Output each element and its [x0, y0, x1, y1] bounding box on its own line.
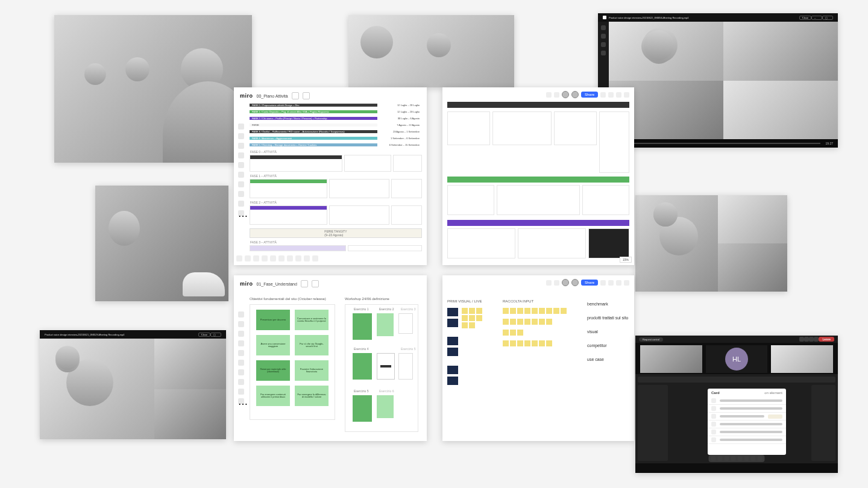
shape-icon[interactable] — [238, 340, 244, 346]
user-avatar[interactable] — [571, 91, 579, 98]
search-icon[interactable] — [616, 92, 621, 98]
sidebar-icon[interactable] — [601, 25, 606, 30]
sticky-note[interactable]: Presentarci per davvero — [256, 310, 290, 330]
sticky-note[interactable]: Far sì che sia Google-search first — [295, 335, 329, 355]
sticky-note[interactable]: Generare materiale utile (download) — [256, 360, 290, 381]
frame-icon[interactable] — [238, 379, 244, 385]
timestamp: 19:27 — [825, 142, 833, 145]
cursor-icon[interactable] — [238, 311, 244, 318]
dock-icon[interactable] — [731, 456, 736, 461]
list-item[interactable] — [708, 405, 786, 413]
app-icon[interactable] — [304, 255, 310, 261]
app-icon[interactable] — [278, 255, 285, 261]
request-control-button[interactable]: Request control — [639, 337, 663, 342]
user-avatar[interactable] — [562, 91, 569, 98]
sticky-icon[interactable] — [238, 331, 244, 337]
close-button[interactable]: Close — [799, 16, 811, 20]
user-avatar[interactable] — [571, 279, 579, 286]
board-menu-icon[interactable] — [312, 280, 319, 287]
settings-icon[interactable] — [624, 92, 629, 98]
sticky-note[interactable]: Far emergere la differenza di modello / … — [295, 386, 329, 406]
list-item[interactable] — [708, 421, 786, 428]
app-icon[interactable] — [245, 255, 251, 261]
board-menu-icon[interactable] — [292, 92, 299, 99]
share-button[interactable]: Share — [581, 92, 598, 98]
video-player-recording-b: Product voice design interview-20210621_… — [40, 330, 226, 439]
app-icon[interactable] — [253, 255, 259, 261]
more-icon[interactable] — [814, 337, 819, 342]
export-icon[interactable] — [303, 92, 310, 99]
line-icon[interactable] — [238, 350, 244, 356]
sticky-note[interactable]: Far emergere contenuti utilissimi e prim… — [256, 386, 290, 406]
timer-icon[interactable] — [554, 92, 559, 98]
sidebar-icon[interactable] — [601, 34, 606, 39]
present-icon[interactable] — [546, 280, 552, 286]
sidebar-icon[interactable] — [601, 51, 606, 55]
share-icon[interactable] — [809, 337, 814, 342]
sticky-icon[interactable] — [238, 143, 244, 149]
export-icon[interactable] — [301, 280, 308, 287]
call-participant — [154, 339, 226, 389]
comment-icon[interactable] — [238, 369, 244, 375]
shape-icon[interactable] — [238, 152, 244, 158]
comment-icon[interactable] — [238, 181, 244, 187]
upload-icon[interactable] — [238, 389, 244, 395]
dock-icon[interactable] — [751, 456, 756, 461]
more-icon[interactable]: ⋯ — [238, 398, 244, 404]
pen-icon[interactable] — [238, 360, 244, 366]
settings-icon[interactable] — [624, 280, 629, 286]
app-icon[interactable] — [270, 255, 276, 261]
camera-icon[interactable] — [799, 337, 804, 342]
chat-icon[interactable] — [600, 280, 606, 286]
photo-office-team — [54, 15, 252, 163]
sidebar-icon[interactable] — [601, 42, 606, 47]
dock-icon[interactable] — [744, 456, 749, 461]
more-icon[interactable]: ⋯ — [238, 210, 244, 216]
mic-icon[interactable] — [804, 337, 809, 342]
sticky-note[interactable]: Comunicare e sostenere la nostra filosof… — [295, 310, 329, 330]
dock-icon[interactable] — [711, 456, 716, 461]
call-participant — [723, 81, 838, 140]
user-avatar[interactable] — [562, 279, 569, 286]
list-item[interactable] — [708, 436, 786, 444]
section-label: prodotti trattati sul sito — [587, 316, 629, 320]
search-icon[interactable] — [616, 280, 621, 286]
app-icon[interactable] — [287, 255, 293, 261]
frame-title: Obiettivi fondamentali del sito (October… — [250, 297, 326, 301]
card-action[interactable]: on element — [764, 391, 782, 395]
minimize-button[interactable]: – — [811, 16, 822, 20]
sticky-note[interactable]: Favorire l'educazione finanziaria — [295, 360, 329, 381]
sticky-note[interactable]: Avere una conversione maggiore — [256, 335, 290, 355]
upload-icon[interactable] — [238, 201, 244, 207]
present-icon[interactable] — [546, 92, 552, 98]
maximize-button[interactable]: ▢ — [210, 333, 221, 337]
dock-icon[interactable] — [725, 456, 729, 461]
notify-icon[interactable] — [608, 92, 614, 98]
text-icon[interactable] — [238, 321, 244, 327]
zoom-level[interactable]: 15% — [620, 257, 632, 263]
close-button[interactable]: Close — [198, 333, 210, 337]
dock-icon[interactable] — [738, 456, 743, 461]
pen-icon[interactable] — [238, 172, 244, 178]
dock-icon[interactable] — [758, 456, 763, 461]
list-item[interactable] — [708, 428, 786, 436]
frame-icon[interactable] — [238, 191, 244, 197]
app-icon[interactable] — [295, 255, 301, 261]
notify-icon[interactable] — [608, 280, 614, 286]
cursor-icon[interactable] — [238, 124, 244, 130]
list-item[interactable] — [708, 413, 786, 421]
dock-icon[interactable] — [718, 456, 723, 461]
line-icon[interactable] — [238, 162, 244, 168]
chat-icon[interactable] — [600, 92, 606, 98]
app-icon[interactable] — [262, 255, 268, 261]
share-button[interactable]: Share — [581, 280, 598, 286]
app-icon[interactable] — [236, 255, 242, 261]
maximize-button[interactable]: ▢ — [822, 16, 833, 20]
leave-button[interactable]: Leave — [819, 337, 834, 342]
text-icon[interactable] — [238, 133, 244, 139]
plan-row: FASE 1 / Conto Deposito + Pag. di amore … — [250, 108, 422, 114]
progress-bar[interactable] — [621, 143, 820, 144]
app-icon[interactable] — [312, 255, 318, 261]
list-item[interactable] — [708, 397, 786, 405]
timer-icon[interactable] — [554, 280, 559, 286]
